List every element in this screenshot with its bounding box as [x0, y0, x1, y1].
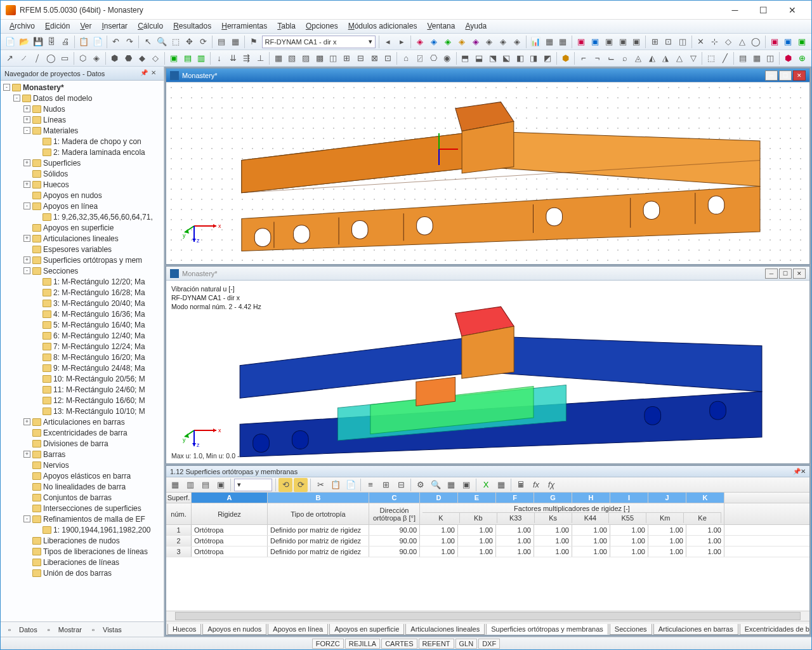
status-item[interactable]: REFENT	[419, 639, 454, 649]
result2-icon[interactable]: ◈	[428, 35, 440, 49]
menu-item[interactable]: Ver	[75, 20, 96, 33]
dt12-icon[interactable]: ⊟	[394, 478, 408, 492]
dt6-icon[interactable]: ⟳	[294, 478, 308, 492]
g7-icon[interactable]: ◮	[660, 51, 672, 65]
v3-icon[interactable]: ⎔	[427, 51, 440, 65]
nav-tab[interactable]: ▫Vistas	[87, 624, 127, 635]
tree-node[interactable]: 1: Madera de chopo y con	[1, 136, 164, 147]
p7-icon[interactable]: ◩	[541, 51, 554, 65]
tree-node[interactable]: Liberaciones de nudos	[1, 535, 164, 546]
s3-icon[interactable]: ▥	[195, 51, 207, 65]
tree-node[interactable]: -Refinamientos de malla de EF	[1, 514, 164, 524]
dt15-icon[interactable]: ▦	[444, 478, 458, 492]
menu-item[interactable]: Módulos adicionales	[343, 20, 422, 33]
view1-icon[interactable]: ⊞	[648, 35, 661, 49]
dt3-icon[interactable]: ▤	[199, 478, 213, 492]
s2-icon[interactable]: ▤	[181, 51, 194, 65]
view3-icon[interactable]: ◫	[676, 35, 689, 49]
chart3-icon[interactable]: ▦	[556, 35, 569, 49]
tree-node[interactable]: +Líneas	[1, 114, 164, 125]
nav-tab[interactable]: ▫Mostrar	[43, 624, 87, 635]
dt16-icon[interactable]: ▣	[459, 478, 473, 492]
mod5-icon[interactable]: ▣	[631, 35, 643, 49]
c3-icon[interactable]: ▨	[299, 51, 312, 65]
c4-icon[interactable]: ▩	[313, 51, 326, 65]
draw7-icon[interactable]: ◈	[90, 51, 103, 65]
viewport-bottom[interactable]: Vibración natural u [-]RF-DYNAM CA1 - di…	[166, 281, 809, 463]
menu-item[interactable]: Insertar	[96, 20, 133, 33]
list-icon[interactable]: ▤	[215, 35, 228, 49]
data-tab[interactable]: Apoyos en línea	[268, 624, 328, 635]
tree-node[interactable]: Unión de dos barras	[1, 567, 164, 578]
tree-node[interactable]: Excentricidades de barra	[1, 427, 164, 438]
data-tab[interactable]: Articulaciones lineales	[405, 624, 485, 635]
draw3-icon[interactable]: ⧸	[31, 51, 44, 65]
l4-icon[interactable]: ⊥	[254, 51, 267, 65]
menu-item[interactable]: Herramientas	[216, 20, 272, 33]
status-item[interactable]: GLN	[455, 639, 478, 649]
nav-close-icon[interactable]: ✕	[151, 69, 160, 78]
tree-node[interactable]: Divisiones de barra	[1, 438, 164, 449]
panel-close-icon[interactable]: ✕	[801, 468, 806, 475]
chart1-icon[interactable]: 📊	[529, 35, 542, 49]
c2-icon[interactable]: ▧	[286, 51, 299, 65]
tree-node[interactable]: -Datos del modelo	[1, 93, 164, 103]
table-icon[interactable]: ▦	[229, 35, 242, 49]
v1-icon[interactable]: ⌂	[400, 51, 412, 65]
menu-item[interactable]: Edición	[40, 20, 75, 33]
tree-node[interactable]: -Apoyos en línea	[1, 201, 164, 211]
mod3-icon[interactable]: ▣	[603, 35, 615, 49]
g6-icon[interactable]: ◭	[646, 51, 658, 65]
l2-icon[interactable]: ⇊	[226, 51, 239, 65]
snap1-icon[interactable]: ✕	[695, 35, 707, 49]
snap4-icon[interactable]: △	[736, 35, 749, 49]
g10-icon[interactable]: ⬚	[705, 51, 717, 65]
data-tab[interactable]: Apoyos en nudos	[202, 624, 266, 635]
mod2-icon[interactable]: ▣	[589, 35, 601, 49]
status-item[interactable]: CARTES	[381, 639, 417, 649]
data-tab[interactable]: Articulaciones en barras	[653, 624, 738, 635]
l1-icon[interactable]: ↓	[213, 51, 226, 65]
draw6-icon[interactable]: ⬡	[77, 51, 89, 65]
tree-node[interactable]: 1: 1900,1944,1961,1982,200	[1, 524, 164, 535]
save-icon[interactable]: 💾	[32, 35, 44, 49]
g5-icon[interactable]: ◬	[632, 51, 645, 65]
p3-icon[interactable]: ⬔	[487, 51, 499, 65]
dt4-icon[interactable]: ▣	[214, 478, 228, 492]
mod1-icon[interactable]: ▣	[575, 35, 587, 49]
result1-icon[interactable]: ◈	[414, 35, 426, 49]
menu-item[interactable]: Ayuda	[460, 20, 492, 33]
result8-icon[interactable]: ◈	[511, 35, 523, 49]
paste-icon[interactable]: 📄	[91, 35, 104, 49]
tree-node[interactable]: Espesores variables	[1, 244, 164, 255]
c7-icon[interactable]: ⊟	[355, 51, 367, 65]
tree-node[interactable]: Intersecciones de superficies	[1, 503, 164, 514]
menu-item[interactable]: Archivo	[4, 20, 40, 33]
c9-icon[interactable]: ⊡	[382, 51, 395, 65]
maximize-button[interactable]: ☐	[749, 1, 778, 19]
dt11-icon[interactable]: ⊞	[379, 478, 393, 492]
dt-fx2-icon[interactable]: fχ	[544, 478, 558, 492]
mod4-icon[interactable]: ▣	[617, 35, 629, 49]
tree-node[interactable]: 12: M-Rectángulo 16/60; M	[1, 395, 164, 406]
pan-icon[interactable]: ✥	[183, 35, 196, 49]
tree-node[interactable]: 2: Madera laminada encola	[1, 147, 164, 157]
dt8-icon[interactable]: 📋	[329, 478, 343, 492]
snap5-icon[interactable]: ◯	[750, 35, 763, 49]
result4-icon[interactable]: ◈	[455, 35, 468, 49]
tree-node[interactable]: +Superficies	[1, 157, 164, 168]
menu-item[interactable]: Opciones	[301, 20, 343, 33]
result6-icon[interactable]: ◈	[483, 35, 495, 49]
print-icon[interactable]: 🖨	[59, 35, 72, 49]
data-tab[interactable]: Excentricidades de barras	[740, 624, 809, 635]
opt3-icon[interactable]: ▣	[796, 35, 808, 49]
chart2-icon[interactable]: ▦	[543, 35, 556, 49]
p4-icon[interactable]: ⬕	[500, 51, 513, 65]
g8-icon[interactable]: △	[673, 51, 686, 65]
g16-icon[interactable]: ⊕	[796, 51, 809, 65]
s1-icon[interactable]: ▣	[167, 51, 180, 65]
tree-node[interactable]: 5: M-Rectángulo 16/40; Ma	[1, 319, 164, 330]
g14-icon[interactable]: ◫	[764, 51, 777, 65]
g12-icon[interactable]: ▤	[737, 51, 749, 65]
p2-icon[interactable]: ⬓	[473, 51, 485, 65]
